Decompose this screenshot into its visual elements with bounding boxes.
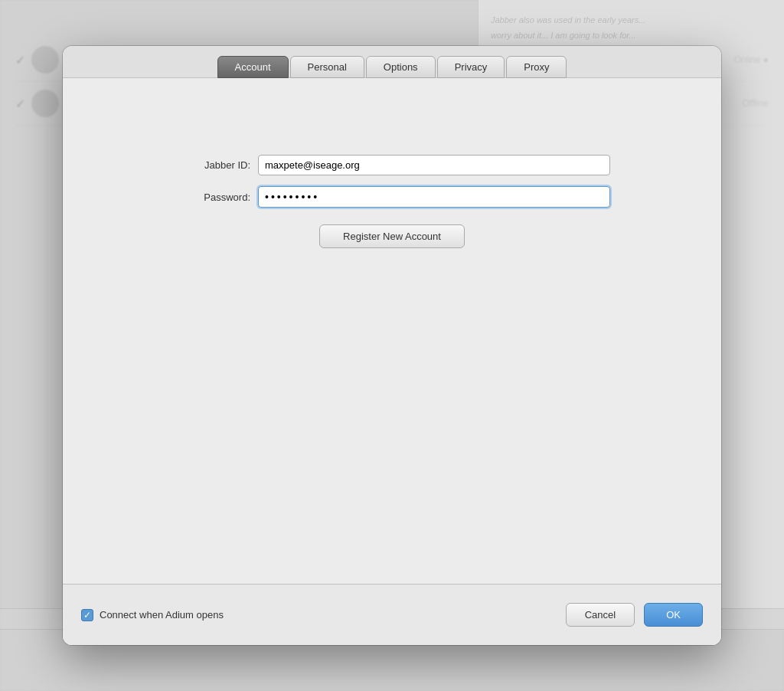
checkbox-box: ✓ bbox=[81, 609, 93, 621]
password-label: Password: bbox=[174, 192, 250, 203]
tab-privacy[interactable]: Privacy bbox=[437, 56, 505, 78]
bottom-bar: ✓ Connect when Adium opens Cancel OK bbox=[63, 584, 721, 645]
tab-proxy[interactable]: Proxy bbox=[506, 56, 567, 78]
bottom-buttons: Cancel OK bbox=[566, 603, 703, 627]
jabber-id-label: Jabber ID: bbox=[174, 159, 250, 171]
ok-button[interactable]: OK bbox=[644, 603, 703, 627]
dialog-body: Jabber ID: Password: Register New Accoun… bbox=[63, 78, 721, 645]
form-area: Jabber ID: Password: Register New Accoun… bbox=[63, 78, 721, 584]
tab-account[interactable]: Account bbox=[217, 56, 289, 78]
password-row: Password: bbox=[174, 186, 610, 208]
password-input[interactable] bbox=[258, 186, 610, 208]
account-dialog: Account Personal Options Privacy Proxy J… bbox=[63, 46, 721, 645]
cancel-button[interactable]: Cancel bbox=[566, 603, 635, 627]
tab-personal[interactable]: Personal bbox=[290, 56, 364, 78]
register-new-account-button[interactable]: Register New Account bbox=[319, 224, 465, 248]
checkbox-label: Connect when Adium opens bbox=[100, 609, 224, 621]
tab-bar: Account Personal Options Privacy Proxy bbox=[63, 46, 721, 78]
form-container: Jabber ID: Password: Register New Accoun… bbox=[174, 155, 610, 248]
checkbox-check-icon: ✓ bbox=[83, 611, 91, 620]
connect-when-opens-checkbox[interactable]: ✓ Connect when Adium opens bbox=[81, 609, 224, 621]
jabber-id-row: Jabber ID: bbox=[174, 155, 610, 175]
tab-options[interactable]: Options bbox=[366, 56, 436, 78]
jabber-id-input[interactable] bbox=[258, 155, 610, 175]
